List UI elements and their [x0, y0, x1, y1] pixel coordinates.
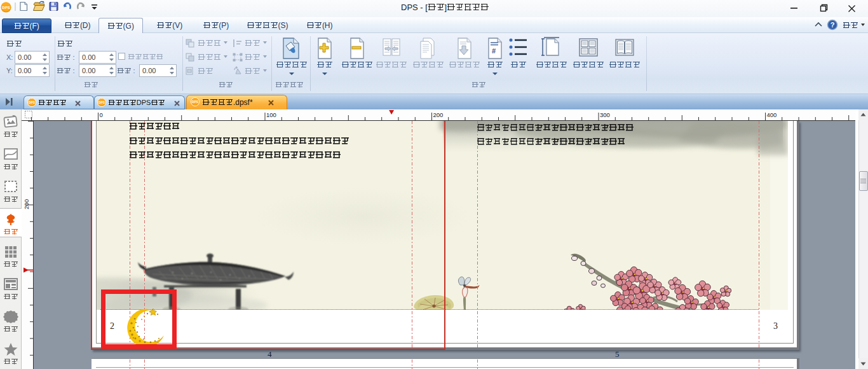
svg-text:100: 100: [266, 111, 276, 118]
svg-text:?: ?: [831, 21, 835, 29]
svg-text:DPS: DPS: [98, 101, 105, 104]
svg-text:#: #: [492, 47, 496, 55]
svg-text:200: 200: [433, 111, 444, 118]
svg-text:300: 300: [600, 111, 610, 118]
svg-text:DPS: DPS: [29, 101, 36, 104]
svg-text:DPS: DPS: [192, 100, 199, 104]
svg-text:0: 0: [100, 111, 103, 118]
svg-text:DPS: DPS: [2, 6, 10, 10]
svg-text:200: 200: [23, 199, 30, 209]
svg-text:400: 400: [767, 111, 777, 118]
